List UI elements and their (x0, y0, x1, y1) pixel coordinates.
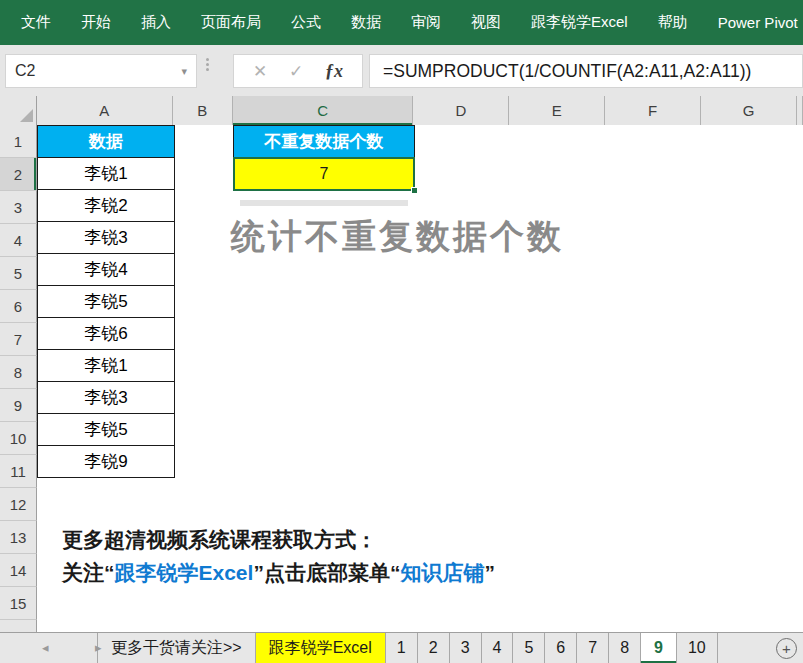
ribbon-tab-4[interactable]: 页面布局 (201, 13, 261, 32)
ribbon-tab-2[interactable]: 开始 (81, 13, 111, 32)
row-header-1[interactable]: 1 (0, 125, 37, 158)
ribbon-tab-7[interactable]: 审阅 (411, 13, 441, 32)
formula-input[interactable]: =SUMPRODUCT(1/COUNTIF(A2:A11,A2:A11)) (369, 54, 803, 88)
sheet-tab-8[interactable]: 8 (609, 633, 641, 663)
sheet-tab-更多干货请关注-[interactable]: 更多干货请关注>> (98, 633, 256, 663)
select-all-button[interactable] (0, 96, 37, 125)
row-header-7[interactable]: 7 (0, 323, 37, 356)
selection-shadow (240, 200, 408, 206)
sheet-tab-5[interactable]: 5 (513, 633, 545, 663)
column-header-partial (797, 96, 803, 125)
ribbon-menu-bar: 文件开始插入页面布局公式数据审阅视图跟李锐学Excel帮助Power Pivot (0, 0, 803, 45)
chevron-down-icon[interactable]: ▾ (181, 65, 187, 78)
sheet-nav-left-icon[interactable]: ◂ (42, 640, 49, 655)
row-header-9[interactable]: 9 (0, 389, 37, 422)
sheet-tab-6[interactable]: 6 (545, 633, 577, 663)
row-header-6[interactable]: 6 (0, 290, 37, 323)
cell-a6[interactable]: 李锐5 (37, 285, 175, 318)
cell-a1-table-header[interactable]: 数据 (37, 125, 175, 158)
row-header-13[interactable]: 13 (0, 521, 37, 554)
column-header-f[interactable]: F (605, 96, 701, 125)
sheet-tab-bar: ◂ ▸ 更多干货请关注>>跟李锐学Excel12345678910 + (0, 632, 803, 663)
sheet-tab-9[interactable]: 9 (641, 633, 677, 663)
footer-line2-segment-0: 关注“ (62, 561, 115, 584)
row-header-11[interactable]: 11 (0, 455, 37, 488)
sheet-nav-zone: ◂ ▸ (0, 633, 98, 663)
insert-function-icon[interactable]: ƒx (325, 61, 343, 82)
column-header-c[interactable]: C (233, 96, 414, 125)
cell-c2-value: 7 (320, 165, 329, 183)
data-table-column-a: 数据李锐1李锐2李锐3李锐4李锐5李锐6李锐1李锐3李锐5李锐9 (37, 125, 175, 478)
sheet-tab-7[interactable]: 7 (577, 633, 609, 663)
sheet-tab-跟李锐学Excel[interactable]: 跟李锐学Excel (256, 633, 386, 663)
ribbon-tab-9[interactable]: 跟李锐学Excel (531, 13, 628, 32)
cell-a3[interactable]: 李锐2 (37, 189, 175, 222)
cell-a5[interactable]: 李锐4 (37, 253, 175, 286)
footer-line2-segment-2: ”点击底部菜单“ (253, 561, 400, 584)
row-header-3[interactable]: 3 (0, 191, 37, 224)
select-all-triangle-icon (20, 109, 33, 122)
fill-handle[interactable] (411, 187, 418, 194)
ribbon-tab-6[interactable]: 数据 (351, 13, 381, 32)
ribbon-tab-8[interactable]: 视图 (471, 13, 501, 32)
cell-a8[interactable]: 李锐1 (37, 349, 175, 382)
ribbon-tab-11[interactable]: Power Pivot (718, 14, 798, 31)
ribbon-tab-3[interactable]: 插入 (141, 13, 171, 32)
column-header-d[interactable]: D (413, 96, 509, 125)
cell-a9[interactable]: 李锐3 (37, 381, 175, 414)
formula-bar: C2 ▾ ✕ ✓ ƒx =SUMPRODUCT(1/COUNTIF(A2:A11… (0, 45, 803, 96)
column-header-a[interactable]: A (37, 96, 173, 125)
sheet-tab-3[interactable]: 3 (450, 633, 482, 663)
cell-a10[interactable]: 李锐5 (37, 413, 175, 446)
footer-line2: 关注“跟李锐学Excel”点击底部菜单“知识店铺” (62, 559, 495, 587)
excel-window: 文件开始插入页面布局公式数据审阅视图跟李锐学Excel帮助Power Pivot… (0, 0, 803, 663)
row-header-4[interactable]: 4 (0, 224, 37, 257)
row-header-14[interactable]: 14 (0, 554, 37, 587)
footer-line2-segment-3: 知识店铺 (400, 561, 484, 584)
cell-c2-selected[interactable]: 7 (233, 157, 415, 191)
row-header-8[interactable]: 8 (0, 356, 37, 389)
sheet-nav-right-icon[interactable]: ▸ (95, 640, 102, 655)
watermark-title: 统计不重复数据个数 (231, 214, 564, 260)
sheet-tab-10[interactable]: 10 (677, 633, 718, 663)
ribbon-tab-1[interactable]: 文件 (21, 13, 51, 32)
ribbon-tab-10[interactable]: 帮助 (658, 13, 688, 32)
column-headers: ABCDEFG (0, 96, 803, 125)
column-header-b[interactable]: B (173, 96, 233, 125)
enter-icon[interactable]: ✓ (289, 61, 303, 82)
formula-bar-separator (203, 58, 211, 84)
cell-a2[interactable]: 李锐1 (37, 157, 175, 190)
row-header-12[interactable]: 12 (0, 488, 37, 521)
column-header-e[interactable]: E (509, 96, 605, 125)
footer-line2-segment-1: 跟李锐学Excel (115, 561, 254, 584)
cell-a11[interactable]: 李锐9 (37, 445, 175, 478)
name-box[interactable]: C2 ▾ (5, 54, 197, 88)
row-header-15[interactable]: 15 (0, 587, 37, 620)
sheet-tabs: 更多干货请关注>>跟李锐学Excel12345678910 (98, 633, 718, 663)
cell-c1-result-header[interactable]: 不重复数据个数 (233, 125, 415, 158)
column-header-g[interactable]: G (701, 96, 797, 125)
row-headers: 123456789101112131415 (0, 125, 37, 632)
cell-a7[interactable]: 李锐6 (37, 317, 175, 350)
sheet-tab-2[interactable]: 2 (418, 633, 450, 663)
footer-line2-segment-4: ” (484, 561, 495, 584)
row-header-16-partial[interactable] (0, 620, 37, 632)
ribbon-tab-5[interactable]: 公式 (291, 13, 321, 32)
spreadsheet-grid: ABCDEFG 123456789101112131415 数据李锐1李锐2李锐… (0, 96, 803, 632)
row-header-5[interactable]: 5 (0, 257, 37, 290)
sheet-tab-1[interactable]: 1 (386, 633, 418, 663)
cancel-icon[interactable]: ✕ (253, 61, 267, 82)
cell-a4[interactable]: 李锐3 (37, 221, 175, 254)
sheet-tab-4[interactable]: 4 (482, 633, 514, 663)
formula-buttons: ✕ ✓ ƒx (233, 54, 363, 88)
name-box-value: C2 (15, 62, 181, 80)
add-sheet-icon[interactable]: + (776, 638, 797, 659)
row-header-10[interactable]: 10 (0, 422, 37, 455)
row-header-2[interactable]: 2 (0, 158, 37, 191)
footer-line1: 更多超清视频系统课程获取方式： (62, 526, 377, 554)
